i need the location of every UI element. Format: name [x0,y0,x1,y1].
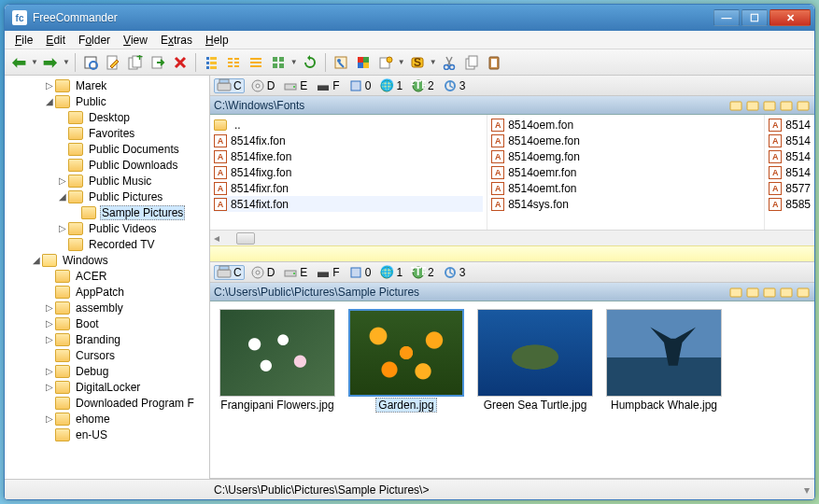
history-icon[interactable] [779,285,794,300]
tree-item[interactable]: ◢Public [5,93,209,109]
tree-item[interactable]: ▷Public Videos [5,220,209,236]
menu-help[interactable]: Help [199,32,235,49]
close-button[interactable]: ✕ [770,9,811,26]
drive-0[interactable]: 0 [346,265,374,280]
file-row[interactable]: A8514oemt.fon [491,180,760,196]
path-bar-bottom[interactable]: C:\Users\Public\Pictures\Sample Pictures [210,283,814,301]
tool-s-icon[interactable]: S [407,52,428,73]
tree-item[interactable]: ▷assembly [5,300,209,315]
history-icon[interactable] [779,98,794,113]
drive-E[interactable]: E [280,78,310,93]
tree-item[interactable]: ▷Public Music [5,173,209,189]
drive-3[interactable]: 3 [440,265,469,280]
expand-icon[interactable]: ◢ [31,255,42,265]
edit-icon[interactable] [103,52,123,73]
folder-icon[interactable] [728,98,743,113]
drive-3[interactable]: 3 [440,78,469,93]
minimize-button[interactable]: — [713,9,740,26]
drive-1[interactable]: 🌐1 [376,78,405,93]
file-row[interactable]: A8577 [769,180,811,196]
file-row[interactable]: A8514 [769,164,811,180]
tree-item[interactable]: Recorded TV [5,236,209,252]
tree-item[interactable]: ◢Windows [5,252,209,268]
file-list-top[interactable]: ..A8514fix.fonA8514fixe.fonA8514fixg.fon… [210,115,814,230]
expand-icon[interactable]: ▷ [44,318,55,329]
copy2-icon[interactable] [461,52,482,73]
tree-item[interactable]: ▷Debug [5,363,209,379]
maximize-button[interactable]: ☐ [741,9,768,26]
tree-item[interactable]: AppPatch [5,284,209,300]
drive-0[interactable]: 0 [346,78,374,93]
viewmode-4-icon[interactable] [268,52,289,73]
expand-icon[interactable]: ▷ [44,413,55,424]
tree-item[interactable]: Downloaded Program F [5,395,209,411]
copy-icon[interactable] [796,98,811,113]
viewmode-1-icon[interactable] [201,52,221,73]
file-row[interactable]: A8514fix.fon [214,133,483,148]
tree-item[interactable]: Public Downloads [5,157,209,173]
tree-item[interactable]: ▷ehome [5,411,209,427]
tree-item[interactable]: Cursors [5,347,209,363]
file-row[interactable]: .. [214,117,483,133]
forward-button[interactable]: ➡ [40,52,61,73]
file-row[interactable]: A8514fixg.fon [214,164,483,180]
drive-F[interactable]: F [313,265,342,280]
hscroll-top[interactable]: ◂ [210,230,814,245]
tree-item[interactable]: Public Documents [5,141,209,157]
favorite-icon[interactable] [762,98,777,113]
tree-item[interactable]: Desktop [5,109,209,125]
tree-item[interactable]: ▷Boot [5,315,209,331]
copy-icon[interactable] [796,285,811,300]
tree-item[interactable]: Favorites [5,125,209,141]
file-row[interactable]: A8514oemg.fon [491,148,760,164]
expand-icon[interactable]: ◢ [44,96,55,106]
menu-file[interactable]: File [8,32,39,49]
folder-icon[interactable] [728,285,743,300]
menu-extras[interactable]: Extras [154,32,199,49]
thumbnail[interactable]: Garden.jpg [346,309,466,413]
tree-item[interactable]: Sample Pictures [5,204,209,220]
file-row[interactable]: A8514 [769,148,811,164]
viewmode-3-icon[interactable] [246,52,266,73]
tree-item[interactable]: ACER [5,268,209,284]
tree-item[interactable]: ▷DigitalLocker [5,379,209,395]
file-row[interactable]: A8514fixe.fon [214,148,483,164]
thumbnail[interactable]: Humpback Whale.jpg [604,309,724,413]
refresh-icon[interactable] [300,52,320,73]
expand-icon[interactable]: ▷ [44,366,55,376]
favorite-icon[interactable] [762,285,777,300]
drive-D[interactable]: D [247,78,278,93]
thumbnail[interactable]: Green Sea Turtle.jpg [475,309,595,413]
drive-E[interactable]: E [280,265,310,280]
folder-tree[interactable]: ▷Marek◢PublicDesktopFavoritesPublic Docu… [5,76,210,479]
tree-item[interactable]: ▷Branding [5,331,209,347]
cut-icon[interactable] [439,52,459,73]
move-icon[interactable] [148,52,168,73]
drive-C[interactable]: C [214,265,245,280]
thumbnail[interactable]: Frangipani Flowers.jpg [218,309,337,413]
file-row[interactable]: A8514oeme.fon [491,133,760,148]
file-row[interactable]: A8514fixr.fon [214,180,483,196]
tree-item[interactable]: ◢Public Pictures [5,189,209,204]
drive-C[interactable]: C [214,78,245,93]
newfolder-icon[interactable] [745,285,760,300]
menu-view[interactable]: View [117,32,154,49]
drive-D[interactable]: D [247,265,278,280]
titlebar[interactable]: fc FreeCommander — ☐ ✕ [5,5,814,31]
file-row[interactable]: A8514 [769,133,811,148]
expand-icon[interactable]: ▷ [44,80,55,91]
chevron-down-icon[interactable]: ▾ [799,483,814,497]
menu-edit[interactable]: Edit [39,32,72,49]
file-row[interactable]: A8514oem.fon [491,117,760,133]
expand-icon[interactable]: ▷ [57,223,68,233]
viewmode-2-icon[interactable] [223,52,244,73]
expand-icon[interactable]: ▷ [44,302,55,313]
drive-2[interactable]: FTP2 [408,78,437,93]
menu-folder[interactable]: Folder [72,32,117,49]
back-button[interactable]: ⬅ [8,52,29,73]
tree-item[interactable]: en-US [5,427,209,442]
expand-icon[interactable]: ▷ [44,382,55,392]
paste-icon[interactable] [484,52,504,73]
expand-icon[interactable]: ▷ [57,175,68,186]
thumbnail-view[interactable]: Frangipani Flowers.jpgGarden.jpgGreen Se… [210,301,814,478]
